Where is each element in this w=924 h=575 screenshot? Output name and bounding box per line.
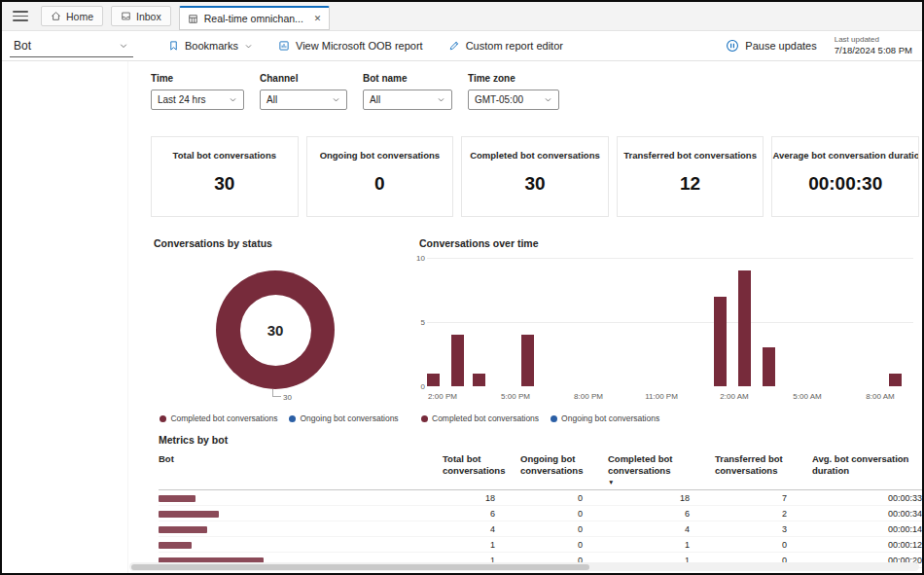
- table-cell: 00:00:34: [812, 509, 922, 519]
- column-header-completed[interactable]: Completed bot conversations ▼: [608, 453, 715, 486]
- ongoing-legend-dot-icon: [289, 415, 296, 422]
- donut-data-label: 30: [272, 389, 292, 402]
- table-row[interactable]: 606200:00:34: [159, 506, 922, 521]
- bot-name-cell: [159, 540, 443, 550]
- column-header-duration[interactable]: Avg. bot conversation duration: [812, 453, 922, 486]
- home-icon: [51, 11, 61, 21]
- view-oob-report-button[interactable]: View Microsoft OOB report: [278, 40, 423, 52]
- table-row[interactable]: 101000:00:12: [159, 537, 922, 553]
- filter-channel-dropdown[interactable]: All: [260, 90, 347, 110]
- horizontal-scrollbar[interactable]: [129, 562, 919, 571]
- close-icon[interactable]: ✕: [314, 15, 322, 23]
- filter-time-zone-dropdown[interactable]: GMT-05:00: [468, 90, 559, 110]
- donut-chart[interactable]: 30: [216, 270, 335, 389]
- app-window: Home Inbox Real-time omnichan... ✕ Bot: [0, 0, 924, 575]
- table-header-row: Bot Total bot conversations Ongoing bot …: [159, 453, 922, 490]
- custom-report-editor-button[interactable]: Custom report editor: [448, 40, 563, 52]
- tab-realtime-report[interactable]: Real-time omnichan... ✕: [179, 6, 331, 30]
- conversations-by-status-card: Conversations by status 30 30 Completed …: [148, 232, 410, 428]
- report-chart-icon: [278, 40, 290, 52]
- kpi-ongoing-bot-conversations: Ongoing bot conversations 0: [306, 136, 454, 217]
- report-grid-icon: [188, 14, 198, 24]
- tab-strip: Home Inbox Real-time omnichan... ✕: [2, 2, 922, 31]
- kpi-value: 12: [618, 173, 764, 195]
- kpi-title: Ongoing bot conversations: [307, 150, 453, 161]
- bar-completed-2-30-pm[interactable]: [451, 335, 464, 386]
- pause-updates-button[interactable]: Pause updates: [726, 39, 816, 53]
- table-cell: 6: [443, 509, 520, 519]
- bar-chart-plot: [427, 258, 913, 386]
- bar-completed-3-20-am[interactable]: [763, 347, 775, 386]
- chevron-down-icon: [332, 95, 340, 104]
- horizontal-scrollbar-thumb[interactable]: [131, 564, 589, 570]
- ongoing-legend-dot-icon: [551, 415, 557, 422]
- completed-legend-dot-icon: [421, 415, 428, 422]
- redacted-bot-name: [159, 526, 207, 533]
- kpi-title: Total bot conversations: [152, 150, 298, 161]
- table-cell: 3: [715, 524, 812, 534]
- kpi-total-bot-conversations: Total bot conversations 30: [151, 136, 299, 217]
- table-cell: 7: [715, 493, 812, 503]
- inbox-icon: [121, 11, 131, 21]
- table-row[interactable]: 404300:00:14: [159, 521, 922, 537]
- filter-time-dropdown[interactable]: Last 24 hrs: [151, 90, 244, 110]
- chevron-down-icon: [437, 95, 445, 104]
- column-header-ongoing[interactable]: Ongoing bot conversations: [520, 453, 608, 486]
- donut-hole: 30: [240, 295, 311, 366]
- gridline: [427, 322, 913, 323]
- x-axis-tick-label: 2:00 AM: [707, 392, 762, 401]
- filter-bot-name: Bot name All: [363, 73, 452, 110]
- chevron-down-icon: [229, 95, 237, 104]
- column-header-bot[interactable]: Bot: [159, 453, 443, 486]
- chevron-down-icon[interactable]: [244, 42, 253, 51]
- bar-completed-5-30-pm[interactable]: [521, 335, 534, 386]
- sort-descending-icon: ▼: [608, 479, 705, 486]
- completed-legend-dot-icon: [160, 415, 166, 422]
- kpi-title: Completed bot conversations: [462, 150, 608, 161]
- y-axis-tick-label: 5: [413, 318, 425, 327]
- last-updated-value: 7/18/2024 5:08 PM: [835, 45, 912, 56]
- bar-completed-1-30-pm[interactable]: [427, 374, 440, 386]
- bar-completed-2-30-am[interactable]: [738, 270, 751, 386]
- bar-completed-3-30-pm[interactable]: [473, 374, 485, 386]
- filters-bar: Time Last 24 hrs Channel All Bot name Al…: [151, 73, 559, 110]
- legend-ongoing-bot-conversations[interactable]: Ongoing bot conversations: [289, 413, 398, 423]
- tab-home[interactable]: Home: [41, 6, 103, 26]
- legend-ongoing-bot-conversations[interactable]: Ongoing bot conversations: [551, 413, 659, 423]
- legend-completed-bot-conversations[interactable]: Completed bot conversations: [421, 413, 539, 423]
- filter-channel-label: Channel: [260, 73, 347, 84]
- y-axis-tick-label: 0: [413, 382, 425, 391]
- table-cell: 2: [715, 509, 812, 519]
- tab-inbox[interactable]: Inbox: [111, 6, 171, 26]
- redacted-bot-name: [159, 511, 219, 518]
- kpi-value: 30: [152, 173, 298, 195]
- hamburger-menu-icon[interactable]: [8, 7, 33, 26]
- filter-bot-name-label: Bot name: [363, 73, 452, 84]
- table-cell: 1: [443, 540, 520, 550]
- filter-time-value: Last 24 hrs: [158, 94, 205, 105]
- column-header-completed-label: Completed bot conversations: [608, 453, 673, 476]
- donut-center-value: 30: [267, 322, 284, 339]
- bookmarks-button[interactable]: Bookmarks: [168, 40, 253, 52]
- column-header-transferred[interactable]: Transferred bot conversations: [715, 453, 812, 486]
- redacted-bot-name: [159, 542, 192, 549]
- legend-completed-bot-conversations[interactable]: Completed bot conversations: [160, 413, 277, 423]
- custom-report-editor-label: Custom report editor: [466, 40, 563, 52]
- kpi-title: Transferred bot conversations: [618, 150, 764, 161]
- filter-bot-name-dropdown[interactable]: All: [363, 90, 452, 110]
- table-cell: 00:00:12: [812, 540, 922, 550]
- x-axis-tick-label: 5:00 AM: [780, 392, 835, 401]
- kpi-value: 00:00:30: [772, 173, 918, 195]
- gridline: [427, 258, 913, 259]
- bar-completed-8-30-am[interactable]: [889, 374, 902, 386]
- filter-time: Time Last 24 hrs: [151, 73, 244, 110]
- legend-label: Ongoing bot conversations: [561, 413, 659, 423]
- bar-completed-1-30-am[interactable]: [714, 297, 727, 386]
- table-row[interactable]: 18018700:00:33: [159, 490, 922, 506]
- report-type-dropdown[interactable]: Bot: [10, 35, 133, 57]
- table-cell: 18: [443, 493, 520, 503]
- x-axis-tick-label: 2:00 PM: [415, 392, 470, 401]
- column-header-total[interactable]: Total bot conversations: [443, 453, 520, 486]
- x-axis-tick-label: 11:00 PM: [634, 392, 689, 401]
- report-toolbar: Bot Bookmarks View Microsoft OOB report: [2, 31, 922, 61]
